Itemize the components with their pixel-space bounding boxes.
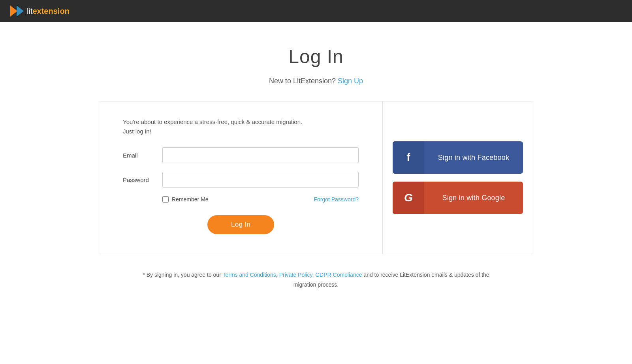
gdpr-link[interactable]: GDPR Compliance — [315, 272, 362, 278]
logo-icon — [9, 4, 24, 18]
email-input[interactable] — [162, 147, 359, 163]
privacy-link[interactable]: Private Policy — [279, 272, 312, 278]
logo-text: litextension — [27, 7, 70, 16]
google-signin-button[interactable]: G Sign in with Google — [393, 182, 523, 214]
footer-note: * By signing in, you agree to our Terms … — [143, 270, 489, 290]
terms-link[interactable]: Terms and Conditions — [222, 272, 276, 278]
svg-marker-0 — [10, 6, 17, 17]
social-panel: f Sign in with Facebook G Sign in with G… — [383, 101, 533, 254]
login-form-panel: You're about to experience a stress-free… — [99, 101, 383, 254]
remember-forgot-row: Remember Me Forgot Password? — [162, 196, 359, 203]
email-form-group: Email — [123, 147, 359, 163]
remember-me-label[interactable]: Remember Me — [162, 196, 209, 203]
svg-marker-1 — [17, 6, 24, 17]
remember-me-checkbox[interactable] — [162, 196, 169, 203]
google-icon: G — [393, 182, 424, 214]
facebook-icon: f — [393, 141, 424, 174]
forgot-password-link[interactable]: Forgot Password? — [314, 196, 359, 203]
facebook-signin-label: Sign in with Facebook — [424, 154, 523, 162]
navbar: litextension — [0, 0, 632, 22]
description-text: You're about to experience a stress-free… — [123, 117, 359, 136]
main-content: Log In New to LitExtension? Sign Up You'… — [0, 22, 632, 364]
login-button[interactable]: Log In — [207, 215, 274, 234]
password-form-group: Password — [123, 172, 359, 188]
email-label: Email — [123, 152, 162, 159]
facebook-signin-button[interactable]: f Sign in with Facebook — [393, 141, 523, 174]
password-input[interactable] — [162, 172, 359, 188]
signup-prompt: New to LitExtension? Sign Up — [269, 77, 363, 85]
form-section: You're about to experience a stress-free… — [99, 101, 533, 254]
google-signin-label: Sign in with Google — [424, 194, 523, 202]
page-title: Log In — [288, 46, 343, 68]
password-label: Password — [123, 176, 162, 183]
signup-link[interactable]: Sign Up — [338, 77, 363, 85]
logo[interactable]: litextension — [9, 4, 70, 18]
login-btn-container: Log In — [123, 215, 359, 234]
